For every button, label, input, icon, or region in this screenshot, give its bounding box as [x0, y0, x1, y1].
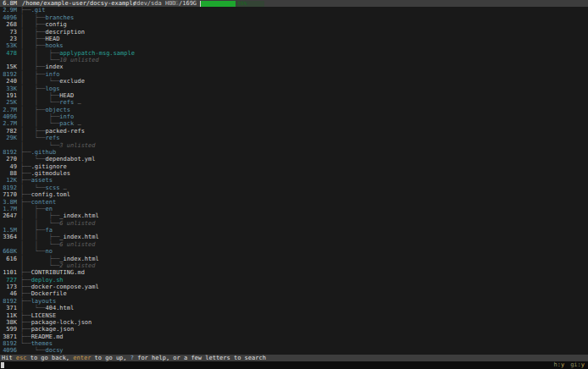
entry-name: LICENSE	[31, 312, 57, 319]
root-line[interactable]: 6.8M /home/example-user/docsy-example /d…	[0, 0, 588, 7]
tree-row[interactable]: 4096 └── docsy	[0, 347, 588, 354]
entry-size-label: 240	[0, 78, 17, 85]
entry-size-label: 7170	[0, 191, 17, 198]
entry-size-label: 8192	[0, 71, 17, 78]
entry-size-label: 599	[0, 326, 17, 333]
tree-row[interactable]: 8192 │ └── scss …	[0, 184, 588, 191]
tree-row[interactable]: 15K │ ├── index	[0, 63, 588, 70]
tree-branch-lines: ├──	[20, 163, 31, 170]
tree-row[interactable]: 8192 └── themes	[0, 340, 588, 347]
tree-row[interactable]: 88 ├── .gitmodules	[0, 170, 588, 177]
tree-row[interactable]: 371 │ └── 404.html	[0, 305, 588, 311]
tree-row[interactable]: 12K ├── assets	[0, 177, 588, 184]
disk-used-label: 93G	[168, 0, 179, 7]
search-input[interactable]: h:ygi:y	[0, 361, 588, 368]
status-text: Hit	[2, 355, 16, 361]
tree-row[interactable]: 46 ├── Dockerfile	[0, 290, 588, 297]
entry-name: scss	[46, 184, 60, 191]
entry-name: package-lock.json	[31, 319, 92, 326]
entry-size-label: 2.7M	[0, 120, 17, 127]
entry-size-label: 73	[0, 29, 17, 36]
tree-row[interactable]: 1101 ├── CONTRIBUTING.md	[0, 269, 588, 276]
tree-row[interactable]: 3871 ├── README.md	[0, 333, 588, 340]
tree-branch-lines: ├──	[20, 149, 31, 156]
tree-branch-lines: ├──	[20, 7, 31, 14]
tree-branch-lines: ├──	[20, 312, 31, 319]
tree-row[interactable]: 53K │ ├── hooks	[0, 42, 588, 49]
tree-row[interactable]: │ │ └── 6 unlisted	[0, 220, 588, 227]
status-text: to go back,	[27, 355, 74, 361]
tree-row[interactable]: 4096 │ │ ├── info	[0, 113, 588, 120]
tree-row[interactable]: 2.9M ├── .git	[0, 7, 588, 14]
truncation-ellipsis: …	[74, 120, 80, 127]
tree-row[interactable]: 191 │ │ ├── HEAD	[0, 92, 588, 99]
tree-row[interactable]: 11K ├── LICENSE	[0, 312, 588, 319]
tree-row[interactable]: 73 │ ├── description	[0, 29, 588, 36]
entry-size-label: 46	[0, 290, 17, 297]
tree-row[interactable]: 8192 ├── .github	[0, 149, 588, 156]
tree-row[interactable]: 668K │ └── no	[0, 248, 588, 255]
entry-name: HEAD	[46, 36, 60, 42]
entry-size-label: 33K	[0, 85, 17, 92]
tree-branch-lines: ├──	[20, 199, 31, 206]
tree-row[interactable]: 8192 ├── layouts	[0, 298, 588, 305]
tree-row[interactable]: 7170 ├── config.toml	[0, 191, 588, 198]
tree-row[interactable]: 3364 │ │ ├── _index.html	[0, 234, 588, 240]
entry-name: en	[46, 206, 53, 212]
tree-row[interactable]: 727 ├── deploy.sh	[0, 277, 588, 284]
tree-row[interactable]: 478 │ │ ├── applypatch-msg.sample	[0, 50, 588, 57]
entry-size-label: 38K	[0, 319, 17, 326]
tree-row[interactable]: 33K │ ├── logs	[0, 85, 588, 92]
tree-row[interactable]: │ └── 2 unlisted	[0, 262, 588, 269]
tree-row[interactable]: 240 │ │ └── exclude	[0, 78, 588, 85]
file-tree: 2.9M ├── .git 4096 │ ├── branches 268 │ …	[0, 7, 588, 354]
disk-total-label: /169G	[179, 0, 197, 7]
tree-branch-lines: ├──	[20, 326, 31, 333]
entry-size-label: 4096	[0, 14, 17, 21]
entry-name: package.json	[31, 326, 75, 333]
tree-row[interactable]: 1.7M │ ├── en	[0, 206, 588, 212]
tree-row[interactable]: 270 │ └── dependabot.yml	[0, 156, 588, 162]
entry-size-label: 173	[0, 284, 17, 290]
tree-row[interactable]: │ │ └── 10 unlisted	[0, 57, 588, 63]
text-cursor	[1, 362, 4, 368]
tree-row[interactable]: 3.8M ├── content	[0, 199, 588, 206]
tree-row[interactable]: 4096 │ ├── branches	[0, 14, 588, 21]
entry-name: 6 unlisted	[59, 220, 95, 227]
entry-name: config	[46, 21, 67, 28]
tree-branch-lines: │ └──	[20, 184, 46, 191]
entry-size-label: 4096	[0, 347, 17, 354]
tree-row[interactable]: 2.7M │ │ └── pack …	[0, 120, 588, 127]
tree-branch-lines: ├──	[20, 319, 31, 326]
entry-name: description	[46, 29, 85, 36]
tree-row[interactable]: 782 │ ├── packed-refs	[0, 128, 588, 135]
tree-row[interactable]: 29K │ └── refs	[0, 135, 588, 141]
tree-row[interactable]: 173 ├── docker-compose.yaml	[0, 284, 588, 290]
tree-row[interactable]: 8192 │ ├── info	[0, 71, 588, 78]
entry-name: info	[59, 113, 74, 120]
tree-row[interactable]: 599 ├── package.json	[0, 326, 588, 333]
entry-size-label: 268	[0, 21, 17, 28]
entry-name: exclude	[59, 78, 85, 85]
tree-row[interactable]: 268 │ ├── config	[0, 21, 588, 28]
entry-name: content	[31, 199, 57, 206]
status-key-hint: esc	[16, 355, 27, 361]
tree-row[interactable]: 2647 │ │ ├── _index.html	[0, 212, 588, 219]
tree-row[interactable]: 2.7M │ ├── objects	[0, 107, 588, 113]
entry-size-label: 88	[0, 170, 17, 177]
tree-row[interactable]: 23 │ ├── HEAD	[0, 36, 588, 42]
tree-row[interactable]: 25K │ │ └── refs …	[0, 99, 588, 106]
entry-name: assets	[31, 177, 53, 184]
entry-size-label: 1.7M	[0, 206, 17, 212]
tree-row[interactable]: 1.5M │ ├── fa	[0, 227, 588, 234]
flag-h: h:y	[553, 361, 564, 368]
tree-branch-lines: │ │ └──	[20, 120, 59, 127]
tree-row[interactable]: 38K ├── package-lock.json	[0, 319, 588, 326]
tree-row[interactable]: │ │ └── 6 unlisted	[0, 241, 588, 248]
tree-row[interactable]: 49 ├── .gitignore	[0, 163, 588, 170]
tree-row[interactable]: 616 │ ├── _index.html	[0, 256, 588, 262]
tree-branch-lines: │ ├──	[20, 107, 46, 113]
entry-name: _index.html	[59, 212, 98, 219]
tree-row[interactable]: │ └── 3 unlisted	[0, 142, 588, 149]
tree-branch-lines: │ │ └──	[20, 241, 59, 248]
